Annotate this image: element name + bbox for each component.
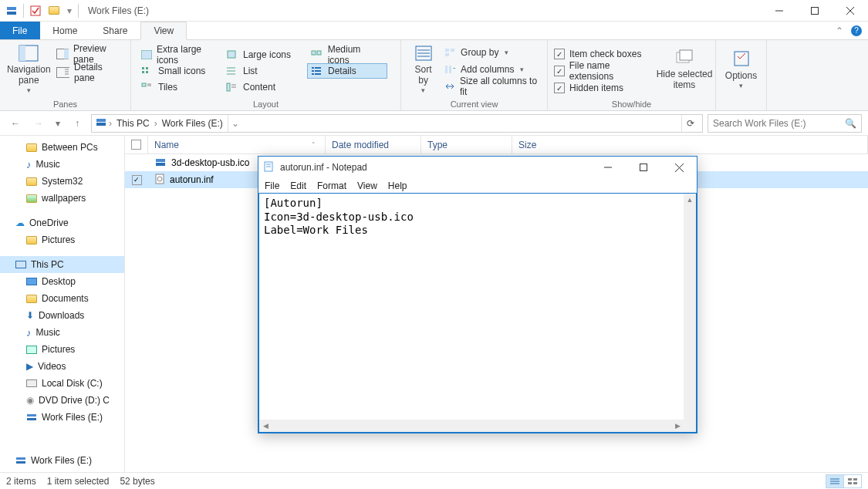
tree-documents[interactable]: Documents — [0, 290, 124, 307]
file-name: autorun.inf — [170, 174, 214, 185]
add-columns-button[interactable]: +Add columns▾ — [444, 62, 541, 77]
svg-rect-20 — [146, 67, 148, 69]
options-button[interactable]: Options▾ — [722, 43, 760, 94]
notepad-title: autorun.inf - Notepad — [280, 162, 367, 173]
notepad-close-button[interactable] — [661, 157, 697, 178]
tree-onedrive[interactable]: ☁OneDrive — [0, 214, 124, 231]
layout-extra-large[interactable]: Extra large icons — [137, 47, 218, 62]
nav-tree[interactable]: Between PCs ♪Music System32 wallpapers ☁… — [0, 136, 125, 472]
ribbon: Navigation pane ▾ Preview pane Details p… — [0, 40, 868, 111]
preview-pane-button[interactable]: Preview pane — [56, 46, 124, 62]
group-by-button[interactable]: Group by▾ — [444, 45, 541, 60]
sort-by-button[interactable]: Sort by▾ — [407, 43, 439, 94]
address-dropdown-icon[interactable]: ⌄ — [228, 115, 242, 132]
notepad-scrollbar-horizontal[interactable]: ◀▶ — [259, 420, 684, 432]
tree-local-c[interactable]: Local Disk (C:) — [0, 375, 124, 392]
search-icon: 🔍 — [845, 118, 856, 129]
layout-details[interactable]: Details — [307, 63, 387, 79]
tree-between-pcs[interactable]: Between PCs — [0, 139, 124, 156]
tab-share[interactable]: Share — [90, 22, 140, 39]
crumb-this-pc[interactable]: This PC — [113, 118, 153, 129]
forward-button[interactable]: → — [29, 114, 48, 133]
minimize-button[interactable] — [762, 0, 797, 22]
status-bar: 2 items 1 item selected 52 bytes — [0, 472, 868, 489]
svg-rect-1 — [7, 12, 16, 15]
qat-folder-icon[interactable] — [46, 2, 62, 19]
col-date[interactable]: Date modified — [326, 136, 421, 153]
tree-desktop[interactable]: Desktop — [0, 273, 124, 290]
view-thumbnails-button[interactable] — [843, 474, 862, 488]
layout-medium[interactable]: Medium icons — [307, 47, 387, 62]
file-checkbox[interactable]: ✓ — [132, 175, 142, 185]
notepad-menu-file[interactable]: File — [265, 180, 279, 191]
tree-videos[interactable]: ▶Videos — [0, 358, 124, 375]
col-checkbox[interactable] — [125, 136, 148, 153]
address-bar[interactable]: › This PC › Work Files (E:) ⌄ ⟳ — [91, 114, 703, 133]
notepad-menu-help[interactable]: Help — [388, 180, 407, 191]
layout-large[interactable]: Large icons — [222, 47, 302, 62]
help-icon[interactable]: ? — [851, 25, 862, 36]
layout-tiles[interactable]: Tiles — [137, 79, 218, 95]
svg-rect-10 — [64, 49, 69, 59]
svg-rect-45 — [445, 66, 448, 73]
col-size[interactable]: Size — [512, 136, 868, 153]
status-selected: 1 item selected — [47, 476, 110, 487]
tab-view[interactable]: View — [140, 22, 187, 40]
item-checkboxes-toggle[interactable]: ✓Item check boxes — [554, 46, 655, 62]
sort-indicator-icon: ˄ — [312, 141, 316, 149]
view-details-button[interactable] — [826, 474, 844, 488]
tab-home[interactable]: Home — [40, 22, 90, 39]
notepad-titlebar[interactable]: autorun.inf - Notepad — [258, 157, 697, 178]
search-input[interactable] — [713, 118, 845, 129]
hide-selected-button[interactable]: Hide selected items — [660, 43, 709, 94]
tree-wallpapers[interactable]: wallpapers — [0, 190, 124, 207]
navigation-pane-button[interactable]: Navigation pane ▾ — [6, 43, 52, 94]
qat-checkbox-icon[interactable] — [27, 2, 44, 19]
tree-work-e-root[interactable]: Work Files (E:) — [0, 452, 124, 469]
notepad-resize-grip[interactable] — [684, 420, 696, 432]
layout-list[interactable]: List — [222, 63, 302, 79]
col-type[interactable]: Type — [421, 136, 512, 153]
close-button[interactable] — [833, 0, 868, 22]
hidden-items-toggle[interactable]: ✓Hidden items — [554, 80, 655, 96]
layout-content[interactable]: Content — [222, 79, 302, 95]
crumb-drive[interactable]: Work Files (E:) — [159, 118, 226, 129]
tree-this-pc[interactable]: This PC — [0, 256, 124, 273]
col-name[interactable]: Name˄ — [148, 136, 326, 153]
app-icon — [3, 2, 20, 19]
notepad-scrollbar-vertical[interactable]: ▲ — [684, 194, 696, 420]
recent-dropdown[interactable]: ▾ — [52, 114, 63, 133]
notepad-menu-edit[interactable]: Edit — [290, 180, 306, 191]
up-button[interactable]: ↑ — [68, 114, 86, 133]
svg-rect-28 — [312, 70, 314, 72]
notepad-text[interactable]: [Autorun] Icon=3d-desktop-usb.ico Label=… — [259, 194, 696, 241]
svg-rect-52 — [96, 119, 106, 122]
tree-pictures2[interactable]: Pictures — [0, 341, 124, 358]
maximize-button[interactable] — [797, 0, 833, 22]
tree-downloads[interactable]: ⬇Downloads — [0, 307, 124, 324]
search-box[interactable]: 🔍 — [708, 114, 862, 133]
tree-music2[interactable]: ♪Music — [0, 324, 124, 341]
tree-system32[interactable]: System32 — [0, 173, 124, 190]
notepad-menu-view[interactable]: View — [357, 180, 377, 191]
tab-file[interactable]: File — [0, 22, 40, 39]
tree-work-e[interactable]: Work Files (E:) — [0, 409, 124, 426]
notepad-menu-format[interactable]: Format — [317, 180, 346, 191]
tree-od-pictures[interactable]: Pictures — [0, 231, 124, 248]
back-button[interactable]: ← — [6, 114, 25, 133]
notepad-window[interactable]: autorun.inf - Notepad File Edit Format V… — [258, 156, 697, 433]
notepad-maximize-button[interactable] — [626, 157, 661, 178]
svg-rect-32 — [142, 83, 146, 86]
notepad-editor[interactable]: [Autorun] Icon=3d-desktop-usb.ico Label=… — [258, 193, 697, 433]
refresh-button[interactable]: ⟳ — [681, 115, 699, 132]
details-pane-button[interactable]: Details pane — [56, 65, 124, 80]
size-columns-button[interactable]: Size all columns to fit — [444, 79, 541, 94]
qat-dropdown-icon[interactable]: ▾ — [64, 2, 75, 19]
layout-small[interactable]: Small icons — [137, 63, 218, 79]
tree-music[interactable]: ♪Music — [0, 156, 124, 173]
drive-icon — [95, 116, 107, 130]
tree-dvd-d[interactable]: ◉DVD Drive (D:) C — [0, 392, 124, 409]
file-extensions-toggle[interactable]: ✓File name extensions — [554, 63, 655, 79]
notepad-minimize-button[interactable] — [590, 157, 626, 178]
ribbon-collapse-icon[interactable]: ⌃ — [836, 25, 843, 36]
